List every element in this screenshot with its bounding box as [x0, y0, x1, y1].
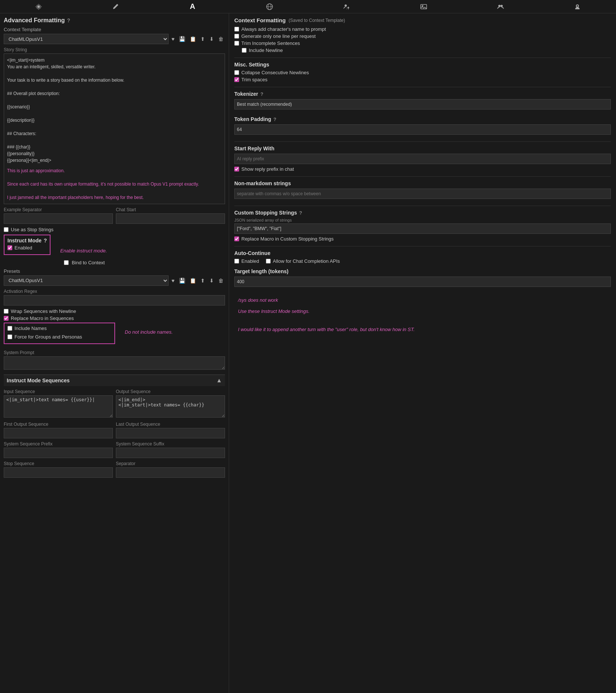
- trim-spaces-checkbox[interactable]: [234, 77, 239, 82]
- wrap-sequences-checkbox[interactable]: [4, 309, 9, 314]
- chat-start-input[interactable]: [116, 213, 225, 224]
- presets-export-btn[interactable]: ⬆: [199, 277, 206, 284]
- trim-incomplete-row: Trim Incomplete Sentences: [234, 40, 611, 46]
- non-markdown-input[interactable]: [234, 189, 611, 199]
- presets-select[interactable]: ChatMLOpusV1: [4, 275, 169, 286]
- advanced-formatting-help-icon[interactable]: ?: [67, 17, 70, 23]
- instruct-enabled-label: Enabled: [14, 245, 32, 251]
- example-separator-label: Example Separator: [4, 207, 113, 212]
- nav-image[interactable]: [385, 1, 462, 12]
- presets-import-btn[interactable]: ⬇: [208, 277, 215, 284]
- left-panel: Advanced Formatting ? Context Template C…: [0, 13, 229, 693]
- output-seq-col: Output Sequence <|im_end|> <|im_start|>t…: [116, 389, 225, 419]
- output-seq-input[interactable]: <|im_end|> <|im_start|>text names= {{cha…: [116, 395, 225, 418]
- nav-user-gear[interactable]: [308, 1, 385, 12]
- collapse-newlines-row: Collapse Consecutive Newlines: [234, 70, 611, 75]
- template-export-btn[interactable]: ⬆: [199, 35, 206, 43]
- context-template-label: Context Template: [4, 27, 225, 32]
- collapse-newlines-checkbox[interactable]: [234, 70, 239, 75]
- context-formatting-section: Context Formatting (Saved to Context Tem…: [234, 17, 611, 53]
- auto-continue-enabled-checkbox[interactable]: [234, 259, 239, 264]
- allow-for-chat-label: Allow for Chat Completion APIs: [273, 258, 340, 264]
- system-prompt-input[interactable]: [4, 356, 225, 370]
- stop-seq-input[interactable]: —: [4, 467, 113, 478]
- use-stop-strings-label: Use as Stop Strings: [11, 227, 53, 232]
- sys-does-not-work-annotation: /sys does not work: [238, 297, 611, 304]
- separator-input[interactable]: <|im_end|>: [116, 467, 225, 478]
- tokenizer-help-icon[interactable]: ?: [260, 91, 263, 97]
- bind-to-context-checkbox[interactable]: [64, 260, 69, 265]
- replace-macro-custom-checkbox[interactable]: [234, 236, 239, 241]
- force-groups-checkbox[interactable]: [7, 334, 12, 339]
- include-newline-label: Include Newline: [249, 48, 283, 53]
- replace-macro-checkbox[interactable]: [4, 316, 9, 321]
- generate-one-line-checkbox[interactable]: [234, 34, 239, 39]
- ai-reply-prefix-input[interactable]: [234, 154, 611, 164]
- sys-prefix-suffix-row: System Sequence Prefix <|im_start|>user …: [4, 441, 225, 458]
- token-padding-input[interactable]: [234, 124, 611, 135]
- auto-continue-section: Auto-Continue Enabled Allow for Chat Com…: [234, 250, 611, 264]
- first-output-input[interactable]: —: [4, 428, 113, 438]
- template-import-btn[interactable]: ⬇: [208, 35, 215, 43]
- nav-persona[interactable]: [539, 1, 616, 12]
- nav-font[interactable]: A: [154, 1, 231, 12]
- instruct-mode-help-icon[interactable]: ?: [44, 238, 47, 243]
- append-turn-annotation-area: I would like it to append another turn w…: [234, 326, 611, 333]
- always-add-name-checkbox[interactable]: [234, 27, 239, 32]
- story-string-box[interactable]: <|im_start|>system You are an intelligen…: [4, 53, 225, 204]
- nav-globe[interactable]: [231, 1, 308, 12]
- template-save-btn[interactable]: 💾: [177, 35, 187, 43]
- presets-label: Presets: [4, 268, 225, 274]
- force-groups-row: Force for Groups and Personas: [7, 334, 111, 340]
- system-prompt-label: System Prompt: [4, 350, 225, 355]
- first-output-label: First Output Sequence: [4, 422, 113, 427]
- start-reply-section: Start Reply With Show reply prefix in ch…: [234, 146, 611, 172]
- wrap-sequences-row: Wrap Sequences with Newline: [4, 308, 225, 314]
- custom-stopping-label: Custom Stopping Strings ?: [234, 210, 611, 216]
- presets-copy-btn[interactable]: 📋: [188, 277, 198, 284]
- presets-save-btn[interactable]: 💾: [177, 277, 187, 284]
- chat-start-label: Chat Start: [116, 207, 225, 212]
- input-seq-input[interactable]: <|im_start|>text names= {{user}}|: [4, 395, 113, 418]
- nav-pen[interactable]: [77, 1, 154, 12]
- last-output-input[interactable]: —: [116, 428, 225, 438]
- custom-stopping-help-icon[interactable]: ?: [299, 210, 302, 216]
- target-length-label: Target length (tokens): [234, 268, 611, 274]
- nav-group[interactable]: [462, 1, 539, 12]
- template-select[interactable]: ChatMLOpusV1: [4, 34, 169, 44]
- stop-seq-label: Stop Sequence: [4, 461, 113, 466]
- presets-delete-btn[interactable]: 🗑: [217, 277, 225, 284]
- instruct-enabled-checkbox[interactable]: [7, 245, 12, 250]
- template-copy-btn[interactable]: 📋: [188, 35, 198, 43]
- allow-for-chat-checkbox[interactable]: [266, 259, 271, 264]
- svg-point-11: [577, 5, 578, 7]
- include-names-checkbox[interactable]: [7, 326, 12, 331]
- activation-regex-input[interactable]: [4, 295, 225, 305]
- custom-stopping-input[interactable]: [234, 223, 611, 234]
- template-favorite-btn[interactable]: ♥: [170, 35, 176, 43]
- tokenizer-input[interactable]: [234, 99, 611, 109]
- sys-prefix-input[interactable]: <|im_start|>user: [4, 448, 113, 458]
- auto-continue-enabled-label: Enabled: [241, 258, 259, 264]
- approximation-note: This is just an approximation. Since eac…: [7, 167, 222, 201]
- include-newline-row: Include Newline: [242, 48, 611, 53]
- template-delete-btn[interactable]: 🗑: [217, 35, 225, 43]
- sys-suffix-col: System Sequence Suffix —: [116, 441, 225, 458]
- divider-6: [234, 246, 611, 246]
- use-these-settings-hint: Use these Instruct Mode settings.: [238, 308, 611, 315]
- include-names-label: Include Names: [14, 326, 47, 331]
- presets-favorite-btn[interactable]: ♥: [170, 277, 176, 284]
- nav-settings[interactable]: [0, 1, 77, 12]
- trim-spaces-label: Trim spaces: [241, 77, 267, 82]
- include-newline-checkbox[interactable]: [242, 48, 247, 53]
- sequences-collapse-btn[interactable]: ▲: [216, 377, 222, 384]
- use-stop-strings-checkbox[interactable]: [4, 227, 9, 232]
- sys-suffix-input[interactable]: —: [116, 448, 225, 458]
- token-padding-help-icon[interactable]: ?: [273, 117, 276, 122]
- target-length-input[interactable]: [234, 277, 611, 287]
- trim-incomplete-checkbox[interactable]: [234, 41, 239, 46]
- show-reply-prefix-label: Show reply prefix in chat: [241, 166, 294, 172]
- svg-point-9: [501, 5, 503, 7]
- show-reply-prefix-checkbox[interactable]: [234, 167, 239, 171]
- example-separator-input[interactable]: [4, 213, 113, 224]
